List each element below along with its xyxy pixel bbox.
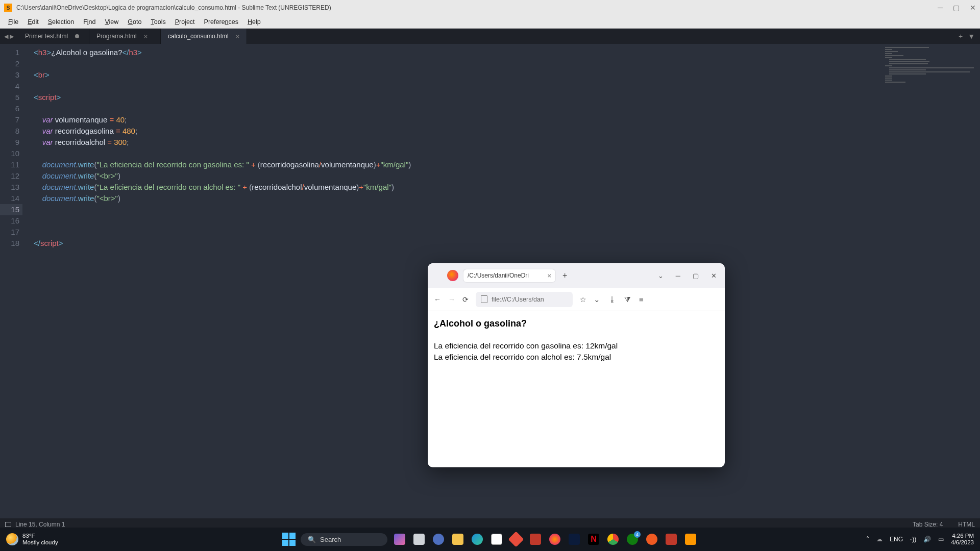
- task-view-icon[interactable]: [412, 532, 426, 546]
- downloads-icon[interactable]: ⭳: [608, 295, 616, 304]
- firefox-window: /C:/Users/danii/OneDri × + ⌄ ─ ▢ ✕ ← → ⟳…: [428, 263, 725, 467]
- volume-icon[interactable]: 🔊: [923, 536, 931, 543]
- xbox-badge: 4: [634, 531, 641, 538]
- mcafee-icon[interactable]: [528, 532, 543, 546]
- browser-toolbar: ← → ⟳ file:///C:/Users/dan ☆ ⌄ ⭳ ⧩ ≡: [428, 288, 725, 311]
- cloud-sync-icon[interactable]: ☁: [876, 536, 883, 543]
- tab-size[interactable]: Tab Size: 4: [913, 521, 943, 528]
- maximize-button[interactable]: ▢: [953, 4, 960, 12]
- pocket-icon[interactable]: ⌄: [594, 295, 600, 304]
- firefox-icon: [447, 270, 458, 281]
- explorer-icon[interactable]: [451, 532, 465, 546]
- browser-new-tab-button[interactable]: +: [562, 271, 567, 280]
- menu-edit[interactable]: Edit: [23, 17, 43, 27]
- clock[interactable]: 4:26 PM 4/6/2023: [951, 533, 974, 546]
- browser-titlebar[interactable]: /C:/Users/danii/OneDri × + ⌄ ─ ▢ ✕: [428, 263, 725, 288]
- close-tab-icon[interactable]: ×: [144, 33, 148, 40]
- weather-temp: 83°F: [22, 533, 58, 539]
- browser-minimize-button[interactable]: ─: [676, 272, 680, 280]
- windows-taskbar: 83°F Mostly cloudy 🔍 Search N 4 ˄ ☁ ENG …: [0, 528, 980, 551]
- page-heading: ¿Alcohol o gasolina?: [434, 318, 719, 329]
- chrome-icon[interactable]: [606, 532, 620, 546]
- menu-tools[interactable]: Tools: [146, 17, 169, 27]
- tray-chevron-icon[interactable]: ˄: [866, 536, 869, 543]
- browser-tabs-dropdown-icon[interactable]: ⌄: [658, 272, 664, 280]
- new-tab-button[interactable]: +: [959, 32, 963, 40]
- disney-icon[interactable]: [567, 532, 581, 546]
- menu-file[interactable]: File: [4, 17, 22, 27]
- tab-label: Programa.html: [96, 33, 137, 40]
- reload-button[interactable]: ⟳: [462, 295, 469, 304]
- ea-icon[interactable]: [645, 532, 659, 546]
- gutter: 1234 5678 9101112 13141516 1718: [0, 44, 31, 521]
- xbox-icon[interactable]: 4: [625, 532, 640, 546]
- browser-content: ¿Alcohol o gasolina? La eficiencia del r…: [428, 311, 725, 370]
- battery-icon[interactable]: ▭: [938, 536, 944, 543]
- browser-tab-close-icon[interactable]: ×: [547, 272, 551, 280]
- clock-date: 4/6/2023: [951, 539, 974, 546]
- browser-tab[interactable]: /C:/Users/danii/OneDri ×: [463, 269, 555, 282]
- weather-icon: [6, 533, 18, 545]
- code-area[interactable]: <h3>¿Alcohol o gasolina?</h3> <br> <scri…: [31, 44, 411, 521]
- browser-tab-title: /C:/Users/danii/OneDri: [468, 272, 529, 279]
- edge-icon[interactable]: [470, 532, 484, 546]
- menu-project[interactable]: Project: [171, 17, 199, 27]
- menu-find[interactable]: Find: [79, 17, 100, 27]
- system-tray: ˄ ☁ ENG ◦)) 🔊 ▭ 4:26 PM 4/6/2023: [866, 533, 974, 546]
- language-indicator[interactable]: ENG: [890, 536, 903, 543]
- syntax-label[interactable]: HTML: [958, 521, 975, 528]
- tab-primer-test[interactable]: Primer test.html: [18, 29, 89, 44]
- file-icon: [481, 295, 487, 303]
- clock-time: 4:26 PM: [951, 533, 974, 539]
- tabbar: ◀ ▶ Primer test.html Programa.html × cal…: [0, 29, 980, 44]
- chat-icon[interactable]: [431, 532, 446, 546]
- menu-view[interactable]: View: [101, 17, 122, 27]
- browser-close-button[interactable]: ✕: [711, 272, 717, 280]
- tab-label: calculo_consumo.html: [168, 33, 229, 40]
- panel-toggle-icon[interactable]: [5, 522, 11, 527]
- close-tab-icon[interactable]: ×: [236, 33, 240, 40]
- window-title: C:\Users\danii\OneDrive\Desktop\Logica d…: [16, 4, 938, 11]
- firefox-taskbar-icon[interactable]: [548, 532, 562, 546]
- tab-calculo-consumo[interactable]: calculo_consumo.html ×: [161, 29, 247, 44]
- hamburger-menu-icon[interactable]: ≡: [639, 295, 644, 304]
- browser-maximize-button[interactable]: ▢: [693, 272, 699, 280]
- menubar: File Edit Selection Find View Goto Tools…: [0, 15, 980, 29]
- tab-dropdown-icon[interactable]: ▼: [968, 32, 975, 40]
- start-button[interactable]: [282, 533, 296, 546]
- weather-cond: Mostly cloudy: [22, 539, 58, 546]
- close-button[interactable]: ✕: [970, 4, 976, 12]
- dirty-dot-icon: [75, 34, 79, 38]
- titlebar: S C:\Users\danii\OneDrive\Desktop\Logica…: [0, 0, 980, 15]
- menu-selection[interactable]: Selection: [44, 17, 78, 27]
- output-line-2: La eficiencia del recorrido con alchol e…: [434, 352, 719, 363]
- url-bar[interactable]: file:///C:/Users/dan: [476, 292, 573, 307]
- extensions-icon[interactable]: ⧩: [624, 295, 631, 304]
- output-line-1: La eficiencia del recorrido con gasolina…: [434, 340, 719, 352]
- menu-goto[interactable]: Goto: [124, 17, 145, 27]
- search-placeholder: Search: [320, 536, 341, 543]
- url-text: file:///C:/Users/dan: [492, 296, 544, 303]
- menu-preferences[interactable]: Preferences: [200, 17, 242, 27]
- back-button[interactable]: ←: [434, 295, 441, 304]
- store-icon[interactable]: [489, 532, 504, 546]
- sublime-icon: S: [4, 4, 12, 12]
- sublime-taskbar-icon[interactable]: [683, 532, 698, 546]
- cursor-position: Line 15, Column 1: [15, 521, 65, 528]
- bookmark-star-icon[interactable]: ☆: [580, 295, 586, 304]
- menu-help[interactable]: Help: [243, 17, 265, 27]
- minimize-button[interactable]: ─: [938, 4, 943, 12]
- copilot-icon[interactable]: [393, 532, 407, 546]
- tab-nav[interactable]: ◀ ▶: [0, 29, 18, 44]
- tab-programa[interactable]: Programa.html ×: [89, 29, 161, 44]
- tab-label: Primer test.html: [25, 33, 68, 40]
- taskbar-search[interactable]: 🔍 Search: [301, 533, 387, 546]
- app-red-icon[interactable]: [509, 532, 523, 546]
- wifi-icon[interactable]: ◦)): [910, 536, 916, 543]
- security-icon[interactable]: [664, 532, 678, 546]
- search-icon: 🔍: [308, 536, 316, 543]
- taskbar-center: 🔍 Search N 4: [282, 532, 698, 546]
- weather-widget[interactable]: 83°F Mostly cloudy: [6, 533, 58, 546]
- forward-button[interactable]: →: [448, 295, 455, 304]
- netflix-icon[interactable]: N: [586, 532, 601, 546]
